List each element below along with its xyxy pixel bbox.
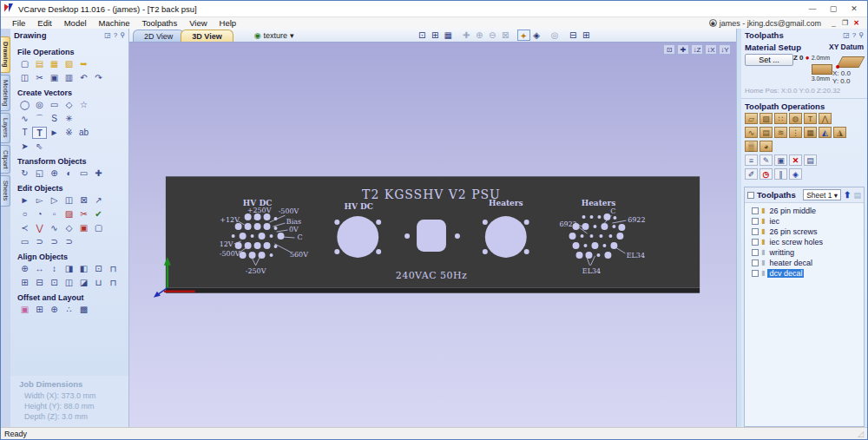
edit-toolpath-icon[interactable]: ✎ <box>760 154 773 166</box>
tab-3d-view[interactable]: 3D View <box>181 30 233 42</box>
menu-model[interactable]: Model <box>58 18 93 28</box>
scissors-icon[interactable]: ✂ <box>76 208 91 220</box>
toolpath-label[interactable]: iec screw holes <box>767 238 825 246</box>
new-file-icon[interactable]: ▢ <box>17 58 32 70</box>
align-edge-right-icon[interactable]: ◪ <box>76 277 91 289</box>
arc-edit-3-icon[interactable]: ⊃ <box>62 236 76 248</box>
pin-icon[interactable]: ⚲ <box>120 31 125 39</box>
toolpath-label[interactable]: 26 pin screws <box>767 227 819 236</box>
menu-view[interactable]: View <box>183 18 213 28</box>
weld-icon[interactable]: ○ <box>17 208 32 220</box>
texture-toolpath-icon[interactable]: ▤ <box>760 127 773 138</box>
rough-3d-toolpath-icon[interactable]: ◭ <box>819 127 832 138</box>
toolpath-checkbox[interactable] <box>752 207 759 214</box>
fluting-toolpath-icon[interactable]: ∿ <box>745 127 758 138</box>
align-horizontal-icon[interactable]: ↔ <box>32 263 47 275</box>
draw-polyline-icon[interactable]: ∿ <box>17 113 32 125</box>
toolpaths-master-checkbox[interactable] <box>747 192 754 199</box>
quick-engrave-toolpath-icon[interactable]: ⋮ <box>789 127 802 138</box>
menu-help[interactable]: Help <box>214 18 243 28</box>
draw-text-box-icon[interactable]: T <box>32 127 47 139</box>
auto-hide-icon[interactable]: ◲ <box>104 31 111 39</box>
toolpath-item[interactable]: ▮writting <box>752 247 862 257</box>
canvas-3d-view[interactable]: ⊡✚↓Z↓X↓Y T2 KGSSHV V2 PSU HV DC HV DC He… <box>129 43 736 427</box>
text-on-curve-icon[interactable]: ※ <box>62 127 76 139</box>
prism-carve-toolpath-icon[interactable]: ⋀ <box>819 113 832 124</box>
zoom-window-icon[interactable]: ⊡ <box>416 30 429 41</box>
toolpath-label[interactable]: iec <box>767 217 781 226</box>
draw-polygon-icon[interactable]: ◇ <box>62 99 76 111</box>
distort-icon[interactable]: ▭ <box>76 167 91 180</box>
menu-edit[interactable]: Edit <box>31 18 57 28</box>
redo-icon[interactable]: ↷ <box>91 72 106 84</box>
trim-icon[interactable]: ◔ <box>32 208 47 220</box>
mirror-icon[interactable]: ◐ <box>62 167 76 180</box>
side-tab-drawing[interactable]: Drawing <box>1 36 10 73</box>
delete-toolpath-icon[interactable]: ✕ <box>789 154 802 166</box>
copy-icon[interactable]: ▣ <box>47 72 62 84</box>
menu-machine[interactable]: Machine <box>93 18 136 28</box>
align-selection-icon[interactable]: ⊕ <box>17 263 32 275</box>
sheet-layers-icon[interactable]: ▤ <box>853 191 861 200</box>
toolpath-checkbox[interactable] <box>752 259 759 266</box>
vcarve-toolpath-icon[interactable]: T <box>804 113 817 124</box>
side-tab-sheets[interactable]: Sheets <box>1 175 10 206</box>
side-tab-layers[interactable]: Layers <box>1 113 10 143</box>
side-tab-modeling[interactable]: Modeling <box>1 75 10 111</box>
draw-ellipse-icon[interactable]: ◎ <box>32 99 47 111</box>
align-vertical-icon[interactable]: ↕ <box>47 263 62 275</box>
menu-toolpaths[interactable]: Toolpaths <box>135 18 183 28</box>
shaded-view-icon[interactable]: ◈ <box>530 30 543 41</box>
draw-circle-icon[interactable]: ◯ <box>17 99 32 111</box>
dimension-icon[interactable]: ⇖ <box>32 141 47 153</box>
preview-toolpaths-icon[interactable]: ✐ <box>745 168 758 180</box>
toolpath-item[interactable]: ▮iec <box>752 216 862 226</box>
help-icon[interactable]: ? <box>114 31 117 39</box>
move-selection-icon[interactable]: ↻ <box>17 167 32 180</box>
inlay-toolpath-icon[interactable]: ◍ <box>789 113 802 124</box>
estimate-machining-time-icon[interactable]: ◷ <box>760 168 773 180</box>
toolpath-item[interactable]: ▮26 pin middle <box>752 206 862 215</box>
multi-view-grid-icon[interactable]: ▦ <box>442 30 455 41</box>
fit-curve-icon[interactable]: ∿ <box>47 222 62 234</box>
close-vector-icon[interactable]: ◇ <box>62 222 76 234</box>
curve-fit-icon[interactable]: ↗ <box>91 194 106 207</box>
copy-along-vectors-icon[interactable]: ∴ <box>62 304 76 316</box>
moulding-toolpath-icon[interactable]: ≋ <box>774 127 787 138</box>
toolpath-item[interactable]: ▮iec screw holes <box>752 237 862 246</box>
toolpath-checkbox[interactable] <box>752 228 759 235</box>
recalculate-toolpaths-icon[interactable]: ▤ <box>804 154 817 166</box>
crop-bitmap-icon[interactable]: ▢ <box>91 222 106 234</box>
merge-toolpaths-icon[interactable]: ∥ <box>774 168 787 180</box>
toggle-lighting-icon[interactable]: ◎ <box>549 30 562 41</box>
tab-2d-view[interactable]: 2D View <box>133 30 184 42</box>
open-file-icon[interactable]: ▤ <box>32 58 47 70</box>
sheet-select[interactable]: Sheet 1 ▾ <box>803 189 841 200</box>
zoom-in-icon[interactable]: ⊕ <box>473 30 486 41</box>
center-horizontal-icon[interactable]: ⊟ <box>32 277 47 289</box>
tile-windows-icon[interactable]: ⊞ <box>429 30 442 41</box>
mdi-close-button[interactable]: ✕ <box>851 19 862 27</box>
measure-icon[interactable]: ▷ <box>47 194 62 207</box>
array-copy-icon[interactable]: ⊞ <box>32 304 47 316</box>
select-icon[interactable]: ► <box>17 194 32 207</box>
pin-icon[interactable]: ⚲ <box>858 31 864 39</box>
draw-star-icon[interactable]: ☆ <box>76 99 91 111</box>
validate-icon[interactable]: ✔ <box>91 208 106 220</box>
side-tab-clipart[interactable]: Clipart <box>1 145 10 174</box>
draw-vector-texture-icon[interactable]: ➤ <box>17 141 32 153</box>
bitmap-trace-icon[interactable]: ▣ <box>76 222 91 234</box>
xy-datum-icon[interactable] <box>837 56 865 68</box>
mdi-minimize-button[interactable]: _ <box>828 19 839 27</box>
pan-view-icon[interactable]: ✚ <box>460 30 473 41</box>
toolpath-checkbox[interactable] <box>752 218 759 225</box>
toolpath-checkbox[interactable] <box>752 239 759 246</box>
zoom-out-icon[interactable]: ⊖ <box>486 30 499 41</box>
fill-icon[interactable]: ▨ <box>62 208 76 220</box>
toolpath-label[interactable]: dcv decal <box>767 269 804 278</box>
minimize-button[interactable]: — <box>803 4 822 13</box>
group-icon[interactable]: ◫ <box>62 194 76 207</box>
align-center-icon[interactable]: ✚ <box>91 167 106 180</box>
align-top-icon[interactable]: ⊡ <box>91 263 106 275</box>
arc-edit-2-icon[interactable]: ⊃ <box>47 236 62 248</box>
